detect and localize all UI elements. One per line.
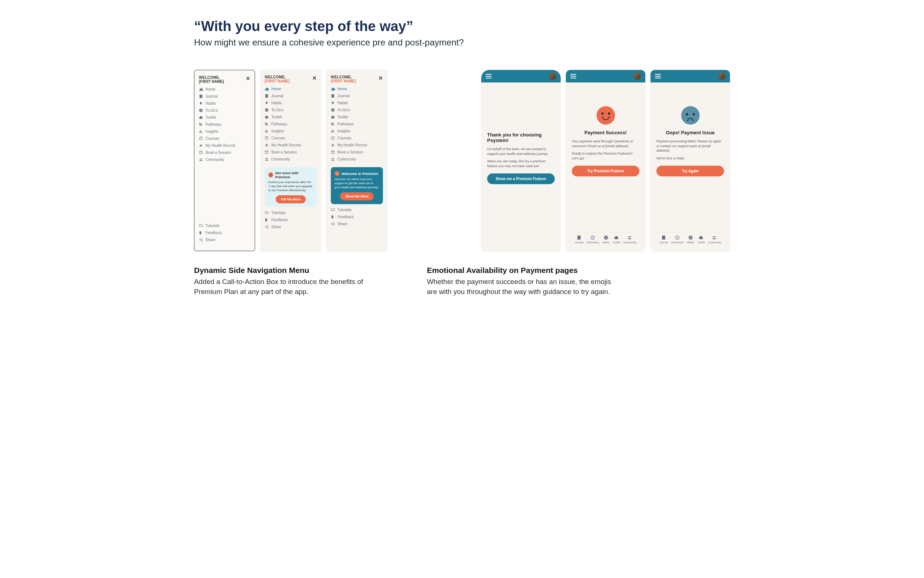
- sad-face-icon: [681, 106, 700, 125]
- happy-face-icon: [597, 106, 615, 125]
